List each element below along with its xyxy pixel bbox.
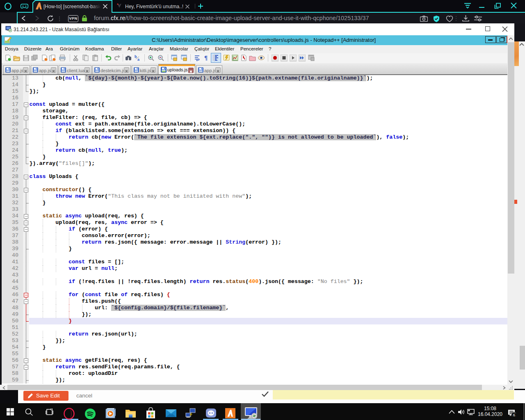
svg-text:b: b [135,55,137,59]
svg-text:¶: ¶ [204,55,208,61]
svg-text:6: 6 [513,413,515,416]
svg-text:a: a [137,57,140,62]
